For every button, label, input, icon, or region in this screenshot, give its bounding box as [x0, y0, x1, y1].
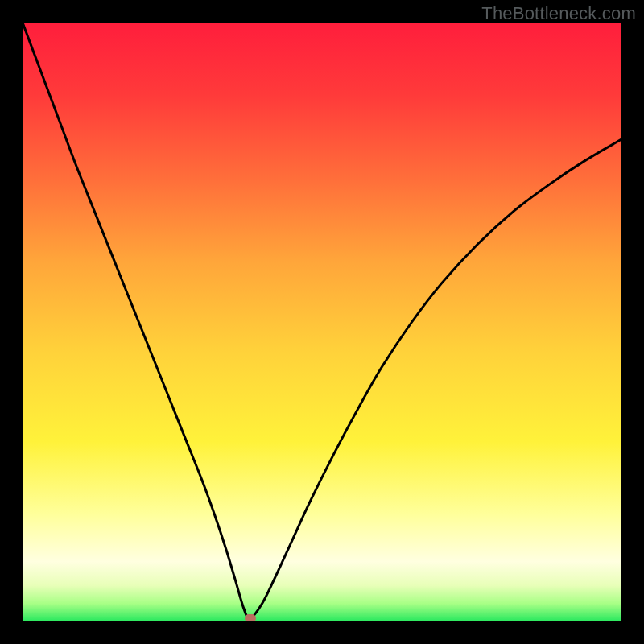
watermark-text: TheBottleneck.com	[481, 3, 636, 24]
plot-area	[23, 23, 621, 621]
bottleneck-curve	[23, 23, 621, 621]
minimum-marker	[245, 614, 256, 621]
chart-frame: TheBottleneck.com	[0, 0, 644, 644]
